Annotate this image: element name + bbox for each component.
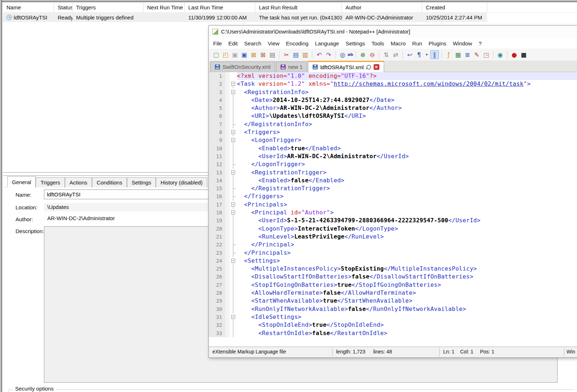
close-all-icon[interactable]: ⊠ bbox=[259, 50, 267, 59]
bookmark-margin[interactable] bbox=[225, 128, 230, 136]
tab-settings[interactable]: Settings bbox=[127, 177, 156, 187]
bookmark-margin[interactable] bbox=[225, 313, 230, 321]
bookmark-margin[interactable] bbox=[225, 225, 230, 233]
bookmark-margin[interactable] bbox=[225, 321, 230, 329]
fold-collapse-icon[interactable] bbox=[230, 136, 237, 144]
menu-edit[interactable]: Edit bbox=[225, 39, 241, 48]
bookmark-margin[interactable] bbox=[225, 233, 230, 241]
fold-collapse-icon[interactable] bbox=[230, 201, 237, 209]
column-header-triggers[interactable]: Triggers bbox=[72, 3, 144, 12]
monitoring-icon[interactable]: ◉ bbox=[496, 50, 505, 59]
column-header-created[interactable]: Created bbox=[422, 3, 487, 12]
new-file-icon[interactable]: ▢ bbox=[212, 50, 220, 59]
column-header-author[interactable]: Author bbox=[342, 3, 422, 12]
bookmark-margin[interactable] bbox=[225, 257, 230, 265]
bookmark-margin[interactable] bbox=[225, 305, 230, 313]
bookmark-margin[interactable] bbox=[225, 152, 230, 160]
table-row[interactable]: ldftOSRAyTSIReadyMultiple triggers defin… bbox=[3, 13, 487, 22]
bookmark-margin[interactable] bbox=[225, 112, 230, 120]
column-header-last-run-result[interactable]: Last Run Result bbox=[255, 3, 342, 12]
save-file-icon[interactable]: ▣ bbox=[230, 50, 239, 59]
document-map-icon[interactable]: ▦ bbox=[454, 50, 462, 59]
replace-icon[interactable]: ab bbox=[348, 50, 353, 59]
folder-as-workspace-icon[interactable]: ◳ bbox=[482, 50, 490, 59]
bookmark-margin[interactable] bbox=[225, 184, 230, 192]
bookmark-margin[interactable] bbox=[225, 289, 230, 297]
cut-icon[interactable]: ✂ bbox=[282, 50, 291, 59]
redo-icon[interactable]: ↷ bbox=[324, 50, 333, 59]
bookmark-margin[interactable] bbox=[225, 297, 230, 305]
zoom-in-icon[interactable]: ⊕ bbox=[358, 50, 367, 59]
document-tab-swiftonsecurity-xml[interactable]: SwiftOnSecurity.xml bbox=[210, 62, 275, 72]
fold-collapse-icon[interactable] bbox=[230, 169, 237, 177]
macro-stop-icon[interactable]: ■ bbox=[519, 50, 528, 59]
zoom-out-icon[interactable]: ⊖ bbox=[368, 50, 376, 59]
tab-history-disabled-[interactable]: History (disabled) bbox=[156, 177, 207, 187]
column-header-last-run-time[interactable]: Last Run Time bbox=[185, 3, 255, 12]
pin-tab-icon[interactable] bbox=[365, 64, 372, 70]
document-tab-new-1[interactable]: new 1 bbox=[276, 62, 307, 72]
column-header-next-run-time[interactable]: Next Run Time bbox=[144, 3, 185, 12]
save-all-icon[interactable]: ▣ bbox=[240, 50, 248, 59]
bookmark-margin[interactable] bbox=[225, 281, 230, 289]
paste-icon[interactable]: ▥ bbox=[301, 50, 309, 59]
tab-conditions[interactable]: Conditions bbox=[92, 177, 127, 187]
function-list-icon[interactable]: ƒ bbox=[444, 50, 453, 59]
tab-triggers[interactable]: Triggers bbox=[36, 177, 65, 187]
menu-settings[interactable]: Settings bbox=[342, 39, 368, 48]
sync-horizontal-scrolling-icon[interactable]: ⇄ bbox=[391, 50, 400, 59]
file-edit-icon[interactable]: ✎ bbox=[472, 50, 481, 59]
column-header-name[interactable]: Name bbox=[3, 3, 54, 12]
menu-window[interactable]: Window bbox=[450, 39, 475, 48]
bookmark-margin[interactable] bbox=[225, 241, 230, 249]
menu-plugins[interactable]: Plugins bbox=[426, 39, 450, 48]
bookmark-margin[interactable] bbox=[225, 249, 230, 257]
word-wrap-icon[interactable]: ↩ bbox=[405, 50, 414, 59]
bookmark-margin[interactable] bbox=[225, 136, 230, 144]
bookmark-margin[interactable] bbox=[225, 169, 230, 177]
fold-collapse-icon[interactable] bbox=[230, 257, 237, 265]
bookmark-margin[interactable] bbox=[225, 120, 230, 128]
menu-language[interactable]: Language bbox=[312, 39, 342, 48]
find-icon[interactable]: ◎ bbox=[338, 50, 347, 59]
menu-tools[interactable]: Tools bbox=[368, 39, 387, 48]
menu-search[interactable]: Search bbox=[241, 39, 265, 48]
column-header-status[interactable]: Status bbox=[54, 3, 72, 12]
undo-icon[interactable]: ↶ bbox=[315, 50, 323, 59]
print-icon[interactable]: ▤ bbox=[268, 50, 277, 59]
code-editor[interactable]: 1<?xml version="1.0" encoding="UTF-16"?>… bbox=[209, 72, 577, 347]
document-tab-ldftosraytsi-xml[interactable]: ldftOSRAyTSI.xml✕ bbox=[308, 61, 384, 72]
bookmark-margin[interactable] bbox=[225, 217, 230, 224]
bookmark-margin[interactable] bbox=[225, 192, 230, 200]
document-list-icon[interactable]: ≣ bbox=[463, 50, 472, 59]
menu-file[interactable]: File bbox=[210, 39, 225, 48]
fold-collapse-icon[interactable] bbox=[230, 128, 237, 136]
sync-vertical-scrolling-icon[interactable]: ⇅ bbox=[382, 50, 391, 59]
bookmark-margin[interactable] bbox=[225, 329, 230, 337]
bookmark-margin[interactable] bbox=[225, 96, 230, 104]
menu-encoding[interactable]: Encoding bbox=[283, 39, 312, 48]
tab-general[interactable]: General bbox=[7, 176, 36, 187]
menu-macro[interactable]: Macro bbox=[387, 39, 409, 48]
bookmark-margin[interactable] bbox=[225, 104, 230, 112]
bookmark-margin[interactable] bbox=[225, 88, 230, 96]
fold-collapse-icon[interactable] bbox=[230, 80, 237, 88]
close-tab-icon[interactable]: ✕ bbox=[374, 64, 379, 70]
bookmark-margin[interactable] bbox=[225, 80, 230, 88]
copy-icon[interactable]: ▤ bbox=[291, 50, 300, 59]
fold-collapse-icon[interactable] bbox=[230, 88, 237, 96]
macro-record-icon[interactable]: ● bbox=[510, 50, 519, 59]
bookmark-margin[interactable] bbox=[225, 72, 230, 80]
menu-run[interactable]: Run bbox=[409, 39, 426, 48]
bookmark-margin[interactable] bbox=[225, 265, 230, 273]
bookmark-margin[interactable] bbox=[225, 209, 230, 217]
tab-actions[interactable]: Actions bbox=[65, 177, 92, 187]
menu-help[interactable]: ? bbox=[475, 39, 485, 48]
bookmark-margin[interactable] bbox=[225, 177, 230, 184]
menu-view[interactable]: View bbox=[265, 39, 283, 48]
title-bar[interactable]: C:\Users\Administrator\Downloads\ldftOSR… bbox=[209, 26, 577, 38]
bookmark-margin[interactable] bbox=[225, 201, 230, 209]
indent-guide-icon[interactable]: ∥ bbox=[430, 50, 439, 59]
show-all-characters-icon[interactable]: ¶ bbox=[415, 50, 423, 59]
bookmark-margin[interactable] bbox=[225, 144, 230, 152]
